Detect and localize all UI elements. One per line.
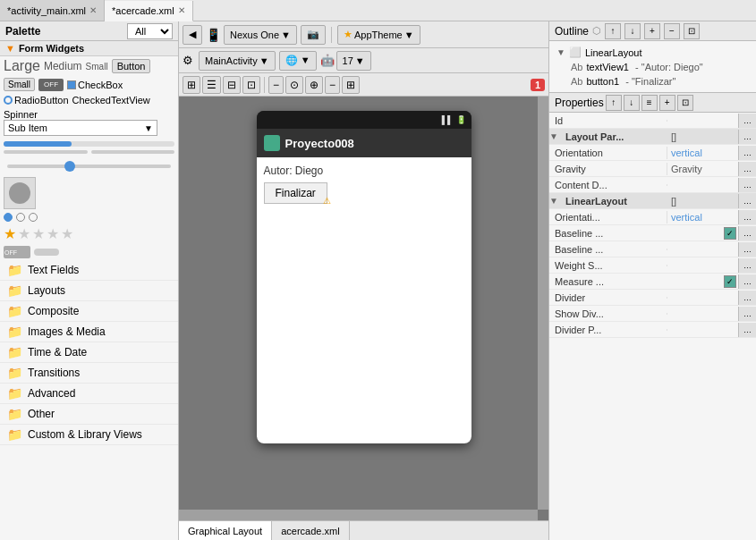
- palette-item-images-media[interactable]: 📁 Images & Media: [0, 322, 178, 342]
- outline-btn-4[interactable]: −: [664, 23, 680, 39]
- palette-section-form[interactable]: ▼ Form Widgets: [0, 41, 178, 56]
- props-btn-1[interactable]: ↑: [606, 95, 622, 111]
- tab-acercade[interactable]: *acercade.xml ✕: [105, 1, 193, 21]
- outline-btn-2[interactable]: ↓: [624, 23, 641, 39]
- toolbar-nav-btn[interactable]: ◀: [183, 25, 202, 45]
- prop-baseline1-key: Baseline ...: [549, 227, 722, 240]
- props-btn-5[interactable]: ⊡: [677, 95, 693, 111]
- tab-acercade-close[interactable]: ✕: [178, 5, 185, 15]
- prop-baseline1-checkbox[interactable]: ✓: [724, 227, 736, 240]
- prop-id-btn[interactable]: …: [738, 114, 756, 128]
- stars-rating[interactable]: ★ ★ ★ ★ ★: [0, 224, 178, 244]
- error-badge[interactable]: 1: [531, 79, 545, 91]
- advanced-folder-icon: 📁: [7, 386, 22, 401]
- outline-btn-5[interactable]: ⊡: [684, 23, 700, 39]
- zoom-reset-btn[interactable]: ⊙: [285, 76, 303, 94]
- widget-button[interactable]: Button: [112, 59, 151, 73]
- widget-radio[interactable]: RadioButton: [4, 95, 69, 105]
- props-btn-3[interactable]: ≡: [641, 95, 658, 111]
- palette-item-composite[interactable]: 📁 Composite: [0, 301, 178, 322]
- prop-measure-btn[interactable]: …: [738, 274, 756, 289]
- toggle-off[interactable]: OFF: [4, 246, 30, 258]
- palette-item-other[interactable]: 📁 Other: [0, 404, 178, 425]
- palette-item-custom-library[interactable]: 📁 Custom & Library Views: [0, 425, 178, 445]
- zoom-actual-btn[interactable]: ⊞: [342, 76, 360, 94]
- palette-panel: Palette All ▼ Form Widgets Large Medium …: [0, 21, 179, 540]
- design-canvas[interactable]: ▌▌ 🔋 Proyecto008 Autor: Diego Finalizar …: [179, 97, 548, 520]
- prop-weights-btn[interactable]: …: [738, 258, 756, 273]
- prop-orientati-btn[interactable]: …: [738, 210, 756, 224]
- props-btn-2[interactable]: ↓: [624, 95, 640, 111]
- tree-textview1[interactable]: Ab textView1 - "Autor: Diego": [567, 60, 752, 74]
- star-2[interactable]: ★: [18, 225, 30, 242]
- bottom-tab-graphical[interactable]: Graphical Layout: [179, 521, 272, 540]
- tab-activity-main[interactable]: *activity_main.xml ✕: [0, 0, 105, 21]
- seek-bar[interactable]: [7, 165, 171, 168]
- view-toggle-3[interactable]: ⊟: [223, 76, 241, 94]
- palette-dropdown[interactable]: All: [127, 23, 173, 39]
- activity-button[interactable]: MainActivity ▼: [199, 51, 276, 71]
- prop-row-baseline1: Baseline ... ✓ …: [549, 225, 756, 241]
- props-btn-4[interactable]: +: [659, 95, 675, 111]
- tab-activity-main-close[interactable]: ✕: [89, 5, 97, 15]
- view-toggle-1[interactable]: ⊞: [183, 76, 200, 94]
- toggle-bar[interactable]: [34, 249, 59, 256]
- palette-item-transitions[interactable]: 📁 Transitions: [0, 363, 178, 384]
- palette-item-text-fields[interactable]: 📁 Text Fields: [0, 260, 178, 281]
- widget-spinner[interactable]: Spinner Sub Item ▼: [0, 107, 161, 138]
- theme-button[interactable]: ★ AppTheme ▼: [337, 25, 420, 45]
- widget-checked-text[interactable]: CheckedTextView: [72, 95, 150, 105]
- radio-dot-1[interactable]: [4, 213, 13, 222]
- tree-button1[interactable]: Ab button1 - "Finalizar": [567, 74, 752, 89]
- bottom-tab-acercade[interactable]: acercade.xml: [272, 521, 349, 540]
- radio-dot-3[interactable]: [29, 213, 38, 222]
- canvas-scrollbar-h[interactable]: [179, 510, 538, 520]
- outline-btn-1[interactable]: ↑: [605, 23, 621, 39]
- widget-checkbox[interactable]: CheckBox: [67, 80, 123, 90]
- widget-textview-small[interactable]: Small: [86, 62, 108, 72]
- images-media-label: Images & Media: [28, 325, 106, 338]
- view-toggle-4[interactable]: ⊡: [242, 76, 260, 94]
- widget-toggle[interactable]: OFF: [38, 79, 64, 91]
- star-5[interactable]: ★: [61, 225, 73, 242]
- star-3[interactable]: ★: [32, 225, 45, 242]
- prop-baseline2-btn[interactable]: …: [738, 242, 756, 257]
- button1-icon: Ab: [571, 76, 582, 87]
- view-toggle-2[interactable]: ☰: [202, 76, 221, 94]
- zoom-in-btn[interactable]: −: [325, 76, 340, 94]
- star-1[interactable]: ★: [4, 225, 16, 242]
- api-button[interactable]: 17 ▼: [336, 51, 371, 71]
- prop-baseline1-btn[interactable]: …: [738, 226, 756, 240]
- form-section-label: Form Widgets: [19, 43, 84, 54]
- star-4[interactable]: ★: [47, 225, 59, 242]
- prop-gravity-btn[interactable]: …: [738, 162, 756, 176]
- bottom-tab-acercade-label: acercade.xml: [281, 526, 339, 536]
- tree-linearlayout[interactable]: ▼ ⬜ LinearLayout: [553, 45, 752, 60]
- prop-linearlayout-btn[interactable]: …: [738, 194, 756, 208]
- screenshot-btn[interactable]: 📷: [301, 25, 326, 45]
- widget-textview-medium[interactable]: Medium: [44, 60, 82, 72]
- prop-show-div-btn[interactable]: …: [738, 307, 756, 321]
- prop-orientation-btn[interactable]: …: [738, 146, 756, 160]
- phone-finalizar-button[interactable]: Finalizar: [264, 182, 327, 204]
- outline-btn-3[interactable]: +: [644, 23, 660, 39]
- zoom-out-btn[interactable]: −: [268, 76, 284, 94]
- prop-layout-params-btn[interactable]: …: [738, 130, 756, 144]
- prop-content-d-btn[interactable]: …: [738, 178, 756, 192]
- layout-params-expand: ▼: [549, 131, 558, 141]
- spinner-box[interactable]: Sub Item ▼: [4, 120, 157, 136]
- canvas-scrollbar-v[interactable]: [538, 97, 548, 510]
- palette-item-time-date[interactable]: 📁 Time & Date: [0, 342, 178, 363]
- prop-measure-checkbox[interactable]: ✓: [724, 275, 736, 288]
- zoom-fit-btn[interactable]: ⊕: [305, 76, 323, 94]
- prop-divider-btn[interactable]: …: [738, 291, 756, 305]
- widget-textview-large[interactable]: Large: [4, 58, 40, 74]
- radio-dot-2[interactable]: [16, 213, 25, 222]
- palette-item-layouts[interactable]: 📁 Layouts: [0, 281, 178, 301]
- palette-item-advanced[interactable]: 📁 Advanced: [0, 384, 178, 404]
- device-button[interactable]: Nexus One ▼: [224, 25, 297, 45]
- widget-small-button[interactable]: Small: [4, 78, 35, 91]
- prop-divider-p-btn[interactable]: …: [738, 323, 756, 337]
- progress-bar-2: [4, 150, 88, 154]
- locale-btn[interactable]: 🌐 ▼: [279, 51, 317, 71]
